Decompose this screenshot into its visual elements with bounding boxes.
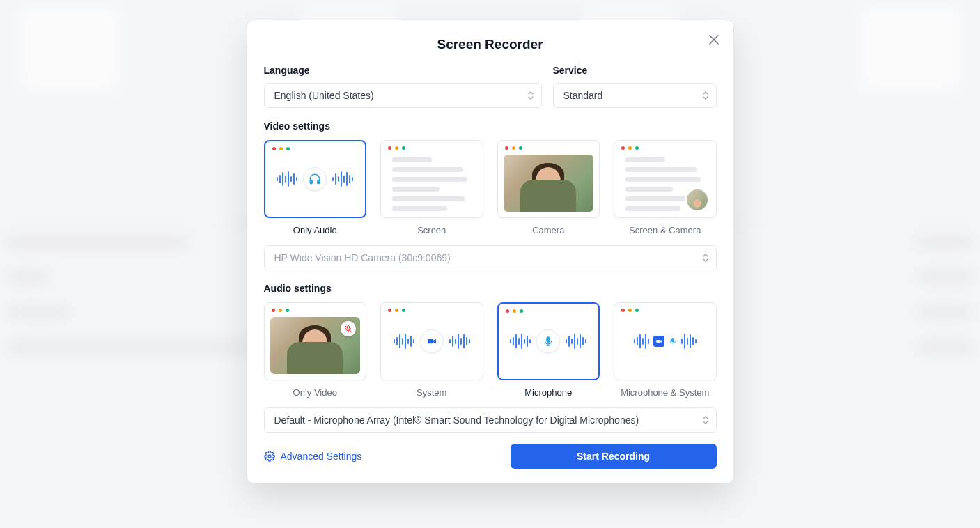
svg-rect-0 <box>311 180 313 184</box>
audio-options: Only Video System <box>264 302 717 398</box>
document-lines-icon <box>392 157 472 211</box>
advanced-settings-label: Advanced Settings <box>281 451 362 462</box>
window-dots-icon <box>388 146 405 150</box>
svg-rect-1 <box>318 180 320 184</box>
camera-overlay-avatar <box>685 188 709 212</box>
video-option-label: Screen & Camera <box>629 225 701 235</box>
close-icon <box>709 35 719 45</box>
window-dots-icon <box>505 146 522 150</box>
waveform-icon <box>332 171 353 187</box>
language-value: English (United States) <box>274 90 374 101</box>
microphone-device-select[interactable]: Default - Microphone Array (Intel® Smart… <box>264 407 717 433</box>
waveform-icon <box>634 334 649 349</box>
close-button[interactable] <box>704 30 724 49</box>
service-value: Standard <box>563 90 603 101</box>
waveform-icon <box>510 334 531 349</box>
service-select[interactable]: Standard <box>553 83 717 108</box>
audio-option-label: Microphone & System <box>621 387 709 398</box>
audio-option-mic-system[interactable]: Microphone & System <box>614 302 717 398</box>
modal-overlay: Screen Recorder Language English (United… <box>0 0 980 528</box>
audio-settings-label: Audio settings <box>264 283 717 294</box>
camera-preview-placeholder <box>504 155 594 212</box>
video-settings-label: Video settings <box>264 121 717 132</box>
microphone-device-value: Default - Microphone Array (Intel® Smart… <box>274 414 639 426</box>
waveform-icon <box>277 171 297 187</box>
mic-muted-icon <box>341 321 356 336</box>
video-camera-icon <box>653 336 664 347</box>
audio-option-system[interactable]: System <box>380 302 483 398</box>
audio-option-label: Microphone <box>524 387 572 398</box>
video-options: Only Audio Screen Camera <box>264 140 717 235</box>
svg-rect-6 <box>671 339 674 343</box>
window-dots-icon <box>388 309 405 312</box>
start-recording-button[interactable]: Start Recording <box>511 444 717 469</box>
video-option-screen[interactable]: Screen <box>380 140 483 235</box>
window-dots-icon <box>272 147 290 150</box>
audio-option-only-video[interactable]: Only Video <box>264 302 367 398</box>
microphone-icon <box>669 336 677 346</box>
chevron-updown-icon <box>527 91 534 100</box>
waveform-icon <box>566 334 586 349</box>
window-dots-icon <box>621 146 639 150</box>
chevron-updown-icon <box>702 91 709 100</box>
video-option-camera[interactable]: Camera <box>497 140 600 235</box>
waveform-icon <box>449 334 470 349</box>
advanced-settings-link[interactable]: Advanced Settings <box>264 451 362 462</box>
chevron-updown-icon <box>702 415 709 425</box>
video-camera-icon <box>420 329 444 353</box>
microphone-icon <box>536 329 560 353</box>
svg-rect-3 <box>428 339 433 344</box>
svg-point-7 <box>268 455 271 458</box>
window-dots-icon <box>621 309 639 312</box>
language-label: Language <box>264 65 542 76</box>
video-option-screen-camera[interactable]: Screen & Camera <box>614 140 717 235</box>
window-dots-icon <box>506 309 523 313</box>
language-select[interactable]: English (United States) <box>264 83 542 108</box>
modal-title: Screen Recorder <box>264 37 717 52</box>
video-option-label: Camera <box>532 225 564 235</box>
audio-option-label: Only Video <box>293 387 337 398</box>
chevron-updown-icon <box>702 253 709 263</box>
svg-rect-5 <box>656 340 660 343</box>
waveform-icon <box>394 334 414 349</box>
waveform-icon <box>681 334 697 349</box>
window-dots-icon <box>272 309 289 312</box>
video-option-label: Only Audio <box>293 225 337 235</box>
gear-icon <box>264 451 275 462</box>
headphones-icon <box>303 167 327 191</box>
audio-option-microphone[interactable]: Microphone <box>497 302 600 398</box>
camera-device-value: HP Wide Vision HD Camera (30c9:0069) <box>274 252 451 263</box>
audio-option-label: System <box>417 387 446 398</box>
service-label: Service <box>553 65 717 76</box>
svg-rect-4 <box>547 337 550 342</box>
screen-recorder-modal: Screen Recorder Language English (United… <box>247 20 734 483</box>
camera-device-select[interactable]: HP Wide Vision HD Camera (30c9:0069) <box>264 245 717 270</box>
video-option-label: Screen <box>417 225 446 235</box>
modal-footer: Advanced Settings Start Recording <box>264 444 717 469</box>
top-selects-row: Language English (United States) Service… <box>264 65 717 108</box>
video-option-only-audio[interactable]: Only Audio <box>264 140 367 235</box>
